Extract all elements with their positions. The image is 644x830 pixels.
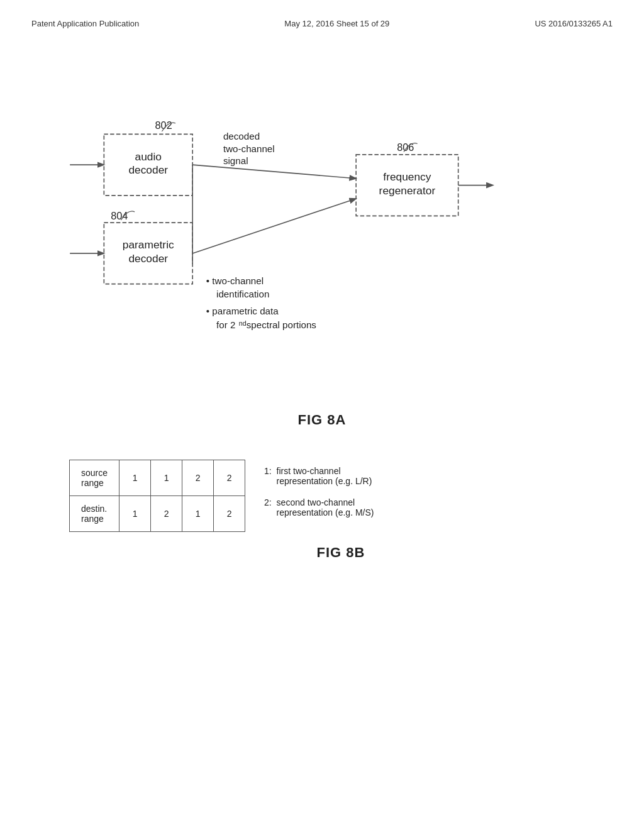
header-right: US 2016/0133265 A1: [535, 19, 613, 28]
legend-text-1: first two-channelrepresentation (e.g. L/…: [277, 466, 372, 486]
svg-text:spectral portions: spectral portions: [247, 319, 317, 330]
svg-text:804: 804: [111, 210, 128, 221]
fig8b-label: FIG 8B: [69, 545, 613, 561]
legend-item-2: 2: second two-channelrepresentation (e.g…: [264, 497, 374, 517]
source-range-label: sourcerange: [70, 460, 119, 496]
svg-text:signal: signal: [223, 155, 248, 166]
table-row: destin.range 1 2 1 2: [70, 496, 245, 532]
legend-text-2: second two-channelrepresentation (e.g. M…: [277, 497, 374, 517]
fig8b-section: sourcerange 1 1 2 2 destin.range 1 2 1 2…: [69, 460, 613, 532]
destin-cell-3: 1: [182, 496, 214, 532]
legend-item-1: 1: first two-channelrepresentation (e.g.…: [264, 466, 374, 486]
table-row: sourcerange 1 1 2 2: [70, 460, 245, 496]
header-middle: May 12, 2016 Sheet 15 of 29: [284, 19, 389, 28]
svg-text:• parametric data: • parametric data: [206, 306, 279, 316]
svg-text:decoder: decoder: [128, 252, 168, 265]
legend-number-1: 1:: [264, 466, 274, 476]
svg-text:frequency: frequency: [383, 170, 431, 183]
legend-number-2: 2:: [264, 497, 274, 507]
svg-text:audio: audio: [135, 150, 162, 162]
source-cell-2: 1: [151, 460, 182, 496]
svg-text:identification: identification: [216, 289, 269, 299]
svg-text:parametric: parametric: [123, 238, 174, 251]
fig8b-table: sourcerange 1 1 2 2 destin.range 1 2 1 2: [69, 460, 245, 532]
source-cell-1: 1: [119, 460, 151, 496]
svg-text:decoder: decoder: [128, 163, 168, 176]
svg-text:for 2: for 2: [216, 319, 235, 330]
page: Patent Application Publication May 12, 2…: [0, 0, 644, 830]
destin-cell-4: 2: [214, 496, 245, 532]
svg-text:nd: nd: [239, 319, 247, 327]
fig8b-legend: 1: first two-channelrepresentation (e.g.…: [264, 460, 374, 517]
fig8a-diagram: audio decoder 802 parametric decoder 804…: [31, 66, 613, 393]
svg-text:regenerator: regenerator: [379, 184, 436, 197]
svg-text:• two-channel: • two-channel: [206, 275, 264, 286]
destin-range-label: destin.range: [70, 496, 119, 532]
source-cell-3: 2: [182, 460, 214, 496]
destin-cell-2: 2: [151, 496, 182, 532]
fig8a-label: FIG 8A: [31, 412, 613, 428]
fig8a-svg: audio decoder 802 parametric decoder 804…: [31, 66, 613, 393]
svg-line-19: [192, 199, 355, 253]
destin-cell-1: 1: [119, 496, 151, 532]
svg-line-17: [192, 165, 355, 179]
source-cell-4: 2: [214, 460, 245, 496]
svg-text:two-channel: two-channel: [223, 143, 275, 154]
svg-text:decoded: decoded: [223, 131, 260, 141]
header-left: Patent Application Publication: [31, 19, 139, 28]
page-header: Patent Application Publication May 12, 2…: [31, 19, 613, 28]
